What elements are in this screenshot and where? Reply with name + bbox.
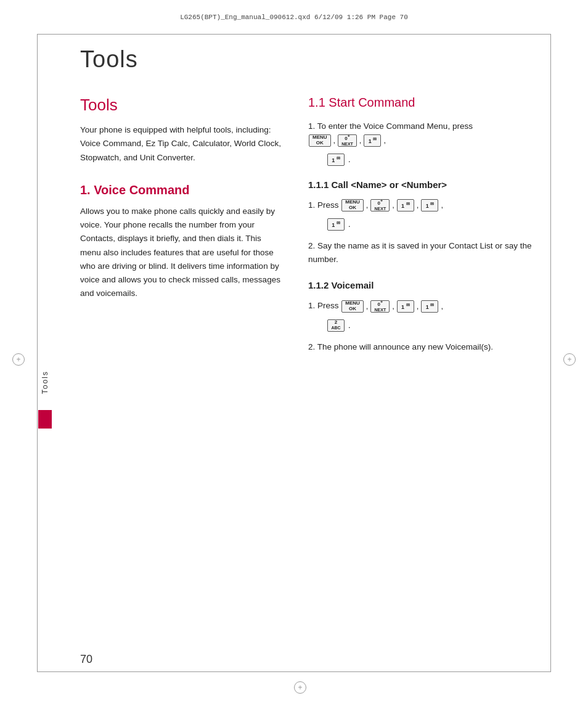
menu-ok-key-3: MENUOK xyxy=(341,300,364,313)
zero-next-key: 0+NEXT xyxy=(338,134,357,147)
reg-mark-left-icon xyxy=(12,353,25,366)
voicemail-key-line: 2ABC . xyxy=(308,319,542,332)
comma2: , xyxy=(359,134,362,147)
right-column: 1.1 Start Command 1. To enter the Voice … xyxy=(308,96,542,363)
page-title: Tools xyxy=(80,46,138,73)
tools-section-title: Tools xyxy=(80,96,284,115)
voicemail-item2: 2. The phone will announce any new Voice… xyxy=(308,340,542,354)
voicemail-heading: 1.1.2 Voicemail xyxy=(308,280,542,290)
left-column: Tools Your phone is equipped with helpfu… xyxy=(80,96,284,301)
one-key-4: 1 ✉ xyxy=(421,199,438,211)
border-bottom xyxy=(37,671,551,672)
call-name-press-label: 1. Press xyxy=(308,200,339,210)
voicemail-press-label: 1. Press xyxy=(308,301,339,310)
call-name-keys: MENUOK , 0+NEXT , 1 ✉ , 1 ✉ , xyxy=(341,199,444,211)
voicemail-keys: MENUOK , 0+NEXT , 1 ✉ , 1 ✉ , xyxy=(341,300,444,313)
border-left xyxy=(37,34,38,672)
one-key-3: 1 ✉ xyxy=(397,199,414,211)
call-name-key-line: 1 ✉ . xyxy=(308,218,542,231)
start-command-item1: 1. To enter the Voice Command Menu, pres… xyxy=(308,120,542,166)
two-abc-key: 2ABC xyxy=(327,319,345,332)
call-name-press-text: 1. Press MENUOK , 0+NEXT , 1 ✉ , 1 ✉ , xyxy=(308,199,542,212)
start-command-item1-label: 1. To enter the Voice Command Menu, pres… xyxy=(308,121,473,131)
one-key-6: 1 ✉ xyxy=(397,300,414,313)
side-tab-bar xyxy=(38,410,52,429)
border-top xyxy=(37,34,551,35)
zero-next-key-2: 0+NEXT xyxy=(370,199,390,211)
side-tab: Tools xyxy=(38,358,52,407)
one-key-1: 1 ✉ xyxy=(364,134,381,147)
one-key-2: 1 ✉ xyxy=(327,154,345,166)
reg-mark-right-icon xyxy=(563,353,576,366)
start-command-key-line: 1 ✉ . xyxy=(308,154,542,166)
start-command-keys: MENUOK , 0+NEXT , 1 ✉ , xyxy=(308,134,386,147)
call-name-number-title: 1.1.1 Call <Name> or <Number> xyxy=(308,179,447,190)
voicemail-item1: 1. Press MENUOK , 0+NEXT , 1 ✉ , 1 ✉ , 2… xyxy=(308,299,542,331)
page-number: 70 xyxy=(80,653,92,666)
comma3: , xyxy=(383,134,386,147)
side-tab-label: Tools xyxy=(41,371,49,394)
period3: . xyxy=(348,321,351,330)
start-command-item1-text: 1. To enter the Voice Command Menu, pres… xyxy=(308,120,542,147)
one-key-7: 1 ✉ xyxy=(421,300,438,313)
call-name-item2: 2. Say the name as it is saved in your C… xyxy=(308,239,542,267)
call-name-number-heading: 1.1.1 Call <Name> or <Number> xyxy=(308,179,542,190)
period2: . xyxy=(348,220,351,229)
voice-command-title: 1. Voice Command xyxy=(80,183,284,197)
menu-ok-key-2: MENUOK xyxy=(341,199,364,211)
voice-command-body: Allows you to make phone calls quickly a… xyxy=(80,205,284,301)
call-name-item2-text: 2. Say the name as it is saved in your C… xyxy=(308,239,542,267)
one-key-5: 1 ✉ xyxy=(327,218,345,231)
voicemail-title: 1.1.2 Voicemail xyxy=(308,280,374,290)
header-bar: LG265(BPT)_Eng_manual_090612.qxd 6/12/09… xyxy=(37,6,551,28)
menu-ok-key: MENUOK xyxy=(309,134,331,147)
voicemail-item2-text: 2. The phone will announce any new Voice… xyxy=(308,340,542,354)
period1: . xyxy=(348,155,351,164)
reg-mark-bottom-icon xyxy=(294,681,306,694)
zero-next-key-3: 0+NEXT xyxy=(370,300,390,313)
border-right xyxy=(550,34,551,672)
tools-section-body: Your phone is equipped with helpful tool… xyxy=(80,123,284,165)
header-text: LG265(BPT)_Eng_manual_090612.qxd 6/12/09… xyxy=(180,14,408,21)
voicemail-press-text: 1. Press MENUOK , 0+NEXT , 1 ✉ , 1 ✉ , xyxy=(308,299,542,313)
start-command-title: 1.1 Start Command xyxy=(308,96,542,110)
call-name-item1: 1. Press MENUOK , 0+NEXT , 1 ✉ , 1 ✉ , 1… xyxy=(308,199,542,231)
comma1: , xyxy=(333,134,336,147)
